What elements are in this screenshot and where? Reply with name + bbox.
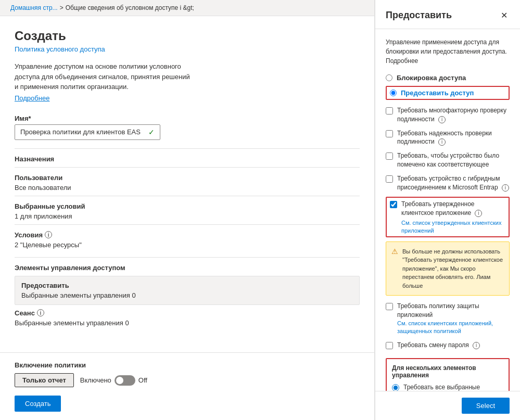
- warning-box: ⚠ Вы больше не должны использовать "Треб…: [386, 241, 510, 296]
- mfa-label-text: Требовать многофакторную проверку подлин…: [397, 107, 506, 123]
- approved-app-sub-label[interactable]: См. список утвержденных клиентских прило…: [401, 220, 501, 234]
- grant-access-label[interactable]: Предоставить доступ: [401, 89, 474, 97]
- app-policy-subtext: См. список клиентских приложений, защище…: [397, 320, 510, 336]
- conditions-section-value: 2 "Целевые ресурсы": [15, 241, 360, 249]
- toggle-off-label: Off: [138, 376, 147, 384]
- conditions-info-icon[interactable]: i: [45, 231, 52, 238]
- divider-5: [15, 257, 360, 258]
- warning-icon: ⚠: [391, 247, 398, 290]
- session-header: Сеанс i: [15, 309, 360, 317]
- breadcrumb-separator: >: [60, 4, 64, 11]
- approved-app-subtext: См. список утвержденных клиентских прило…: [390, 219, 505, 234]
- right-content: Управление применением доступа для блоки…: [375, 29, 520, 391]
- divider-2: [15, 167, 360, 168]
- access-control-label: Элементы управления доступом: [15, 264, 360, 272]
- right-panel-title: Предоставить: [386, 10, 452, 21]
- app-policy-checkbox[interactable]: [386, 303, 393, 310]
- app-policy-label: Требовать политику защиты приложений См.…: [397, 302, 510, 335]
- users-value: Все пользователи: [15, 184, 360, 192]
- check-icon: ✓: [148, 128, 155, 136]
- block-access-row: Блокировка доступа: [386, 74, 510, 82]
- learn-more-link[interactable]: Подробнее: [15, 94, 360, 102]
- grant-value: Выбранные элементы управления 0: [21, 291, 353, 299]
- mfa-info-icon[interactable]: i: [438, 116, 446, 123]
- right-header: Предоставить ✕: [375, 0, 520, 29]
- checkbox-item-compliant: Требовать, чтобы устройство было помечен…: [386, 151, 510, 169]
- compliant-checkbox[interactable]: [386, 152, 393, 160]
- approved-app-text: Требовать утвержденное клиентское прилож…: [401, 200, 475, 217]
- breadcrumb: Домашняя стр... > Общие сведения об усло…: [0, 0, 374, 16]
- approved-app-info-icon[interactable]: i: [475, 210, 482, 217]
- name-input[interactable]: Проверка политики для клиентов EAS ✓: [15, 124, 160, 140]
- checkbox-item-password: Требовать смену пароля i: [386, 341, 510, 350]
- approved-app-checkbox[interactable]: [390, 201, 397, 208]
- breadcrumb-home[interactable]: Домашняя стр...: [10, 4, 58, 11]
- checkbox-section: Требовать многофакторную проверку подлин…: [386, 106, 510, 237]
- session-info-icon[interactable]: i: [37, 309, 44, 316]
- name-field-group: Имя* Проверка политики для клиентов EAS …: [15, 114, 360, 140]
- session-section: Сеанс i Выбранные элементы управления 0: [15, 309, 360, 327]
- toggle-row: Только отчет Включено Off: [15, 373, 360, 387]
- multi-radio-all-label[interactable]: Требовать все выбранные элементы управле…: [403, 383, 503, 391]
- password-change-text: Требовать смену пароля: [397, 341, 469, 349]
- toggle-off-section: Включено Off: [80, 375, 147, 386]
- password-info-icon[interactable]: i: [473, 342, 480, 349]
- create-button[interactable]: Создать: [15, 396, 61, 412]
- policy-toggle-label: Включение политики: [15, 361, 360, 369]
- close-button[interactable]: ✕: [499, 8, 510, 22]
- toggle-switch[interactable]: [115, 375, 135, 386]
- select-button[interactable]: Select: [462, 398, 510, 414]
- description-text: Управление доступом на основе политики у…: [15, 61, 192, 92]
- grant-section[interactable]: Предоставить Выбранные элементы управлен…: [15, 276, 360, 305]
- checkbox-item-mfa: Требовать многофакторную проверку подлин…: [386, 106, 510, 124]
- block-access-radio[interactable]: [386, 74, 392, 81]
- auth-strength-checkbox[interactable]: [386, 130, 393, 137]
- checkbox-item-hybrid: Требовать устройство с гибридным присоед…: [386, 174, 510, 192]
- assignments-label: Назначения: [15, 155, 360, 163]
- toggle-report-only-button[interactable]: Только отчет: [15, 373, 74, 387]
- block-access-label[interactable]: Блокировка доступа: [397, 74, 466, 82]
- grant-access-radio[interactable]: [390, 90, 397, 96]
- hybrid-info-icon[interactable]: i: [502, 184, 509, 192]
- divider-3: [15, 196, 360, 196]
- toggle-on-label: Включено: [80, 376, 111, 384]
- name-field-label: Имя*: [15, 114, 360, 122]
- left-panel: Домашняя стр... > Общие сведения об усло…: [0, 0, 375, 420]
- multi-control-box: Для нескольких элементов управления Треб…: [386, 358, 510, 391]
- hybrid-label-text: Требовать устройство с гибридным присоед…: [397, 175, 500, 191]
- users-label: Пользователи: [15, 174, 360, 182]
- left-content: Создать Политика условного доступа Управ…: [0, 16, 374, 352]
- checkbox-item-auth-strength: Требовать надежность проверки подлинност…: [386, 129, 510, 147]
- conditions-value: 1 для приложения: [15, 212, 360, 220]
- mfa-label: Требовать многофакторную проверку подлин…: [397, 106, 510, 124]
- grant-access-option-box: Предоставить доступ: [386, 86, 510, 100]
- page-subtitle: Политика условного доступа: [15, 45, 360, 53]
- mfa-checkbox[interactable]: [386, 107, 393, 114]
- right-panel: Предоставить ✕ Управление применением до…: [375, 0, 520, 420]
- approved-app-label: Требовать утвержденное клиентское прилож…: [401, 200, 505, 218]
- warning-text-content: Вы больше не должны использовать "Требов…: [402, 248, 503, 289]
- compliant-label: Требовать, чтобы устройство было помечен…: [397, 151, 510, 169]
- name-input-value: Проверка политики для клиентов EAS: [20, 128, 141, 136]
- password-change-checkbox[interactable]: [386, 342, 393, 349]
- right-description: Управление применением доступа для блоки…: [386, 37, 510, 66]
- multi-radio-all[interactable]: [392, 384, 399, 391]
- conditions-section-header: Условия i: [15, 231, 360, 239]
- page-title: Создать: [15, 29, 360, 43]
- conditions-label: Выбранные условий: [15, 202, 360, 210]
- session-label: Сеанс: [15, 309, 35, 317]
- hybrid-checkbox[interactable]: [386, 175, 393, 183]
- checkbox-item-app-policy: Требовать политику защиты приложений См.…: [386, 302, 510, 335]
- breadcrumb-current: Общие сведения об условном доступе i &gt…: [66, 4, 194, 11]
- right-desc-text: Управление применением доступа для блоки…: [386, 39, 507, 65]
- conditions-section-label: Условия: [15, 231, 43, 239]
- checkbox-item-approved-app: Требовать утвержденное клиентское прилож…: [390, 200, 505, 218]
- multi-radio-item-all: Требовать все выбранные элементы управле…: [392, 383, 503, 391]
- approved-app-box: Требовать утвержденное клиентское прилож…: [386, 197, 510, 237]
- app-policy-text: Требовать политику защиты приложений: [397, 302, 510, 320]
- auth-strength-info-icon[interactable]: i: [438, 138, 446, 146]
- password-change-label: Требовать смену пароля i: [397, 341, 510, 350]
- conditions-section: Условия i 2 "Целевые ресурсы": [15, 231, 360, 249]
- divider-1: [15, 148, 360, 149]
- auth-strength-label: Требовать надежность проверки подлинност…: [397, 129, 510, 147]
